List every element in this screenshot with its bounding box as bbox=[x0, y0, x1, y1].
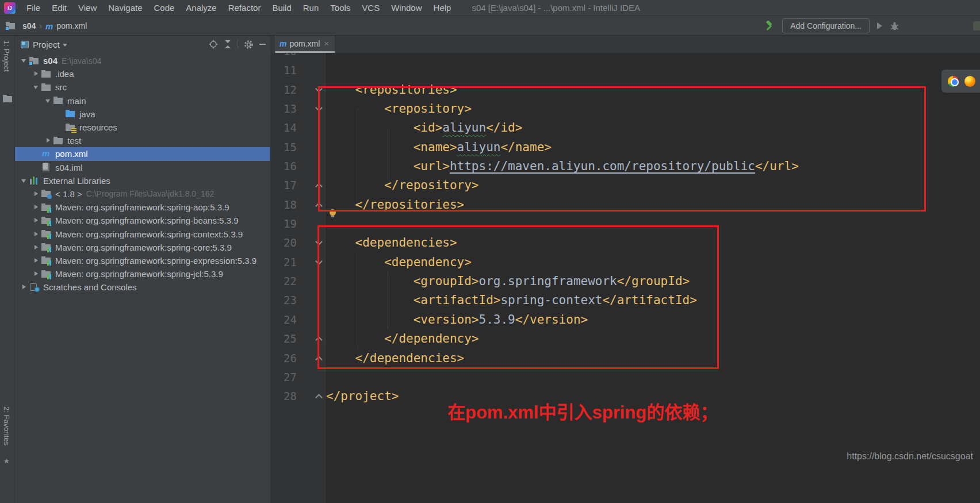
tree-item-label: Maven: org.springframework:spring-aop:5.… bbox=[55, 202, 229, 212]
chrome-icon[interactable] bbox=[948, 76, 959, 87]
chevron-down-icon[interactable] bbox=[63, 44, 67, 47]
line-number: 20 bbox=[270, 233, 297, 252]
chevron-expanded-icon[interactable] bbox=[20, 176, 29, 186]
code-line-11[interactable]: 11 bbox=[270, 61, 980, 80]
chevron-expanded-icon[interactable] bbox=[32, 82, 41, 92]
tree-row-resources[interactable]: resources bbox=[15, 121, 270, 134]
fold-marker-icon[interactable] bbox=[315, 394, 323, 401]
tree-row-s04[interactable]: s04E:\java\s04 bbox=[15, 54, 270, 67]
tree-row-test[interactable]: test bbox=[15, 134, 270, 147]
menu-item-code[interactable]: Code bbox=[148, 0, 180, 16]
locate-file-icon[interactable] bbox=[209, 40, 218, 49]
chevron-expanded-icon[interactable] bbox=[44, 96, 53, 106]
tree-row-maven-org.springframework-spring-jcl-5.3.9[interactable]: Maven: org.springframework:spring-jcl:5.… bbox=[15, 267, 270, 281]
annotation-text: 在pom.xml中引入spring的依赖； bbox=[447, 398, 718, 424]
menu-item-tools[interactable]: Tools bbox=[324, 0, 356, 16]
collapse-all-icon[interactable] bbox=[224, 40, 232, 49]
tree-item-label: Maven: org.springframework:spring-expres… bbox=[55, 256, 257, 266]
code-text: </project> bbox=[326, 387, 399, 406]
no-chevron bbox=[32, 149, 41, 159]
code-line-10[interactable]: 10 bbox=[270, 53, 980, 61]
chevron-collapsed-icon[interactable] bbox=[32, 229, 41, 239]
editor-content[interactable]: 101112 <repositories>13 <repository>14 <… bbox=[270, 53, 980, 503]
tree-row-maven-org.springframework-spring-context-5.3.9[interactable]: Maven: org.springframework:spring-contex… bbox=[15, 227, 270, 240]
menu-item-edit[interactable]: Edit bbox=[46, 0, 72, 16]
tree-item-label: resources bbox=[79, 122, 117, 132]
chevron-collapsed-icon[interactable] bbox=[32, 189, 41, 199]
folder-icon bbox=[53, 96, 64, 105]
tool-stripe-project-tab[interactable]: 1: Project bbox=[2, 40, 11, 72]
menu-item-refactor[interactable]: Refactor bbox=[223, 0, 267, 16]
menu-item-file[interactable]: File bbox=[21, 0, 46, 16]
mavenlib-icon bbox=[41, 243, 52, 252]
folder-icon bbox=[41, 70, 52, 79]
tree-row-pom.xml[interactable]: mpom.xml bbox=[15, 147, 270, 160]
chevron-collapsed-icon[interactable] bbox=[32, 269, 41, 279]
breadcrumb-project[interactable]: s04 bbox=[22, 21, 36, 30]
tree-row--1.8-[interactable]: < 1.8 >C:\Program Files\Java\jdk1.8.0_16… bbox=[15, 187, 270, 201]
hide-panel-icon[interactable] bbox=[259, 44, 266, 45]
chevron-collapsed-icon[interactable] bbox=[32, 216, 41, 225]
tree-item-label: External Libraries bbox=[43, 176, 110, 186]
tree-row-scratches-and-consoles[interactable]: Scratches and Consoles bbox=[15, 281, 270, 294]
tab-pom-xml[interactable]: m pom.xml × bbox=[275, 36, 335, 53]
annotation-box-dependencies bbox=[317, 225, 719, 369]
project-panel-title[interactable]: Project bbox=[33, 40, 60, 49]
extlib-icon bbox=[29, 176, 40, 185]
tree-row-maven-org.springframework-spring-core-5.3.9[interactable]: Maven: org.springframework:spring-core:5… bbox=[15, 241, 270, 254]
line-number: 11 bbox=[270, 61, 297, 80]
chevron-collapsed-icon[interactable] bbox=[32, 256, 41, 266]
tree-row-maven-org.springframework-spring-beans-5.3.9[interactable]: Maven: org.springframework:spring-beans:… bbox=[15, 214, 270, 227]
line-number: 21 bbox=[270, 253, 297, 272]
scratches-icon bbox=[29, 283, 40, 292]
settings-gear-icon[interactable] bbox=[244, 40, 254, 49]
menu-item-help[interactable]: Help bbox=[428, 0, 457, 16]
folder-icon bbox=[53, 136, 64, 145]
tree-row-.idea[interactable]: .idea bbox=[15, 67, 270, 80]
tree-row-main[interactable]: main bbox=[15, 94, 270, 107]
stripe-folder-icon[interactable] bbox=[3, 94, 13, 103]
menu-item-run[interactable]: Run bbox=[297, 0, 325, 16]
chevron-expanded-icon[interactable] bbox=[20, 56, 29, 66]
tree-row-maven-org.springframework-spring-expression-5.3.9[interactable]: Maven: org.springframework:spring-expres… bbox=[15, 254, 270, 267]
intellij-idea-window: IJ FileEditViewNavigateCodeAnalyzeRefact… bbox=[0, 0, 980, 503]
breadcrumb-file[interactable]: pom.xml bbox=[56, 21, 87, 30]
tab-label: pom.xml bbox=[289, 39, 320, 48]
menu-item-window[interactable]: Window bbox=[385, 0, 427, 16]
tree-row-src[interactable]: src bbox=[15, 80, 270, 94]
close-tab-icon[interactable]: × bbox=[324, 39, 329, 48]
line-number: 18 bbox=[270, 195, 297, 214]
tree-item-label: s04 bbox=[43, 56, 58, 66]
menu-item-analyze[interactable]: Analyze bbox=[180, 0, 222, 16]
chevron-collapsed-icon[interactable] bbox=[32, 202, 41, 212]
menu-item-vcs[interactable]: VCS bbox=[356, 0, 385, 16]
line-number: 13 bbox=[270, 99, 297, 118]
code-line-27[interactable]: 27 bbox=[270, 368, 980, 387]
add-configuration-button[interactable]: Add Configuration... bbox=[782, 18, 870, 33]
tree-item-label: s04.iml bbox=[55, 163, 83, 172]
tree-row-maven-org.springframework-spring-aop-5.3.9[interactable]: Maven: org.springframework:spring-aop:5.… bbox=[15, 201, 270, 214]
tool-stripe-favorites-tab[interactable]: 2: Favorites bbox=[2, 406, 11, 446]
stripe-star-icon[interactable]: ★ bbox=[3, 457, 10, 465]
menu-item-navigate[interactable]: Navigate bbox=[102, 0, 148, 16]
debug-bug-icon[interactable] bbox=[890, 21, 899, 31]
navigation-bar: s04 › m pom.xml Add Configuration... bbox=[0, 16, 980, 36]
chevron-collapsed-icon[interactable] bbox=[32, 243, 41, 252]
firefox-icon[interactable] bbox=[964, 76, 975, 87]
menu-item-view[interactable]: View bbox=[72, 0, 102, 16]
mavenlib-icon bbox=[41, 256, 52, 265]
tree-item-label: java bbox=[79, 109, 95, 119]
run-button-icon[interactable] bbox=[877, 22, 882, 29]
tree-row-external-libraries[interactable]: External Libraries bbox=[15, 174, 270, 187]
chevron-collapsed-icon[interactable] bbox=[20, 282, 29, 292]
chevron-collapsed-icon[interactable] bbox=[32, 69, 41, 79]
build-hammer-icon[interactable] bbox=[764, 21, 775, 32]
maven-icon: m bbox=[280, 39, 286, 48]
menu-item-build[interactable]: Build bbox=[266, 0, 297, 16]
tree-item-path: C:\Program Files\Java\jdk1.8.0_162 bbox=[86, 189, 215, 198]
chevron-collapsed-icon[interactable] bbox=[44, 136, 53, 145]
line-number: 10 bbox=[270, 53, 297, 61]
tree-row-java[interactable]: java bbox=[15, 107, 270, 121]
tree-row-s04.iml[interactable]: s04.iml bbox=[15, 161, 270, 174]
maven-icon: m bbox=[45, 21, 53, 31]
